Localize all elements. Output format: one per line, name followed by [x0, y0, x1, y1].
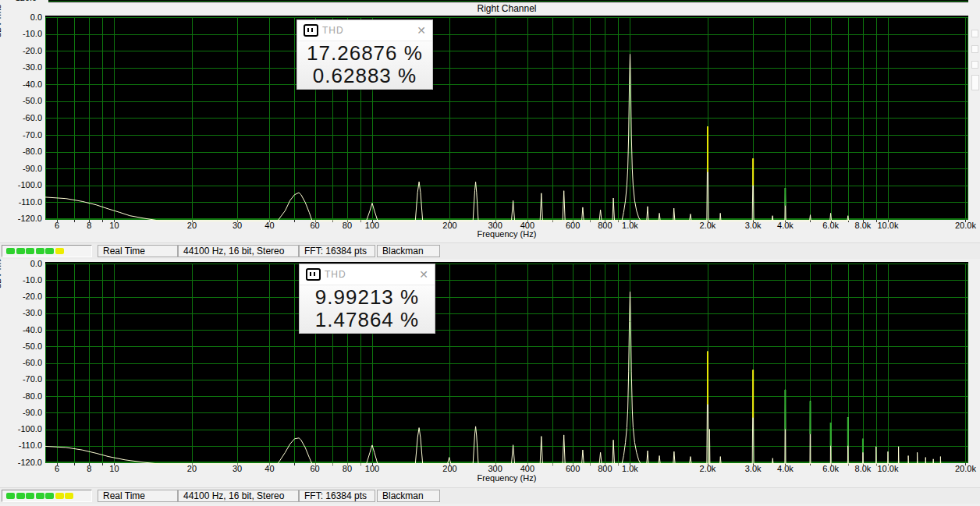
- page-title: Right Channel: [45, 2, 968, 15]
- x-tick-label: 400: [520, 464, 534, 473]
- x-tick-label: 600: [566, 464, 580, 473]
- x-tick-label: 20.0k: [955, 464, 976, 473]
- led-segment-green: [16, 493, 25, 499]
- y-tick-label: -50.0: [0, 96, 42, 106]
- status-window-function: Blackman: [377, 245, 440, 257]
- x-tick-label: 6: [55, 464, 59, 473]
- thd-window-title: THD: [325, 269, 346, 280]
- status-window-function: Blackman: [377, 490, 440, 502]
- close-icon[interactable]: ✕: [417, 23, 426, 37]
- status-bar-bottom: Real Time 44100 Hz, 16 bit, Stereo FFT: …: [0, 487, 980, 504]
- thd-value-2: 1.47864 %: [300, 309, 435, 331]
- thd-readout: 17.26876 % 0.62883 %: [297, 41, 432, 89]
- thd-window-top[interactable]: THD ✕ 17.26876 % 0.62883 %: [296, 19, 433, 90]
- y-tick-label: -40.0: [0, 325, 42, 335]
- y-tick-label: -110.0: [0, 197, 42, 207]
- x-tick-label: 80: [343, 464, 352, 473]
- spectrum-analyzer-app: -120.0 Right Channel dBV rms 0.0-10.0-20…: [0, 0, 980, 506]
- right-edge-control[interactable]: [971, 75, 979, 90]
- thd-window-titlebar[interactable]: THD ✕: [297, 20, 432, 41]
- x-tick-label: 30: [233, 464, 242, 473]
- x-tick-label: 3.0k: [745, 464, 762, 473]
- level-meter-top: [2, 245, 92, 257]
- x-tick-label: 8: [87, 464, 91, 473]
- x-tick-label: 4.0k: [777, 464, 794, 473]
- y-tick-label: 0.0: [0, 12, 42, 23]
- thd-window-title: THD: [322, 25, 344, 36]
- led-segment-green: [6, 248, 15, 254]
- thd-window-icon: [306, 268, 321, 281]
- bottom-channel-section: dBV rms 0.0-10.0-20.0-30.0-40.0-50.0-60.…: [0, 259, 980, 506]
- led-segment-green: [45, 493, 54, 499]
- thd-value-1: 17.26876 %: [297, 42, 432, 65]
- led-segment-yellow: [55, 493, 64, 499]
- thd-value-2: 0.62883 %: [297, 65, 432, 87]
- x-tick-label: 1.0k: [622, 464, 638, 473]
- y-tick-label: -80.0: [0, 391, 42, 402]
- y-tick-label: -20.0: [0, 292, 42, 302]
- y-tick-label: -80.0: [0, 147, 42, 157]
- thd-window-bottom[interactable]: THD ✕ 9.99213 % 1.47864 %: [299, 264, 435, 334]
- spectrum-plot-top: [45, 16, 968, 224]
- clipped-axis-label: -120.0: [12, 0, 47, 2]
- status-audio-format: 44100 Hz, 16 bit, Stereo: [178, 490, 299, 502]
- led-segment-green: [26, 248, 34, 254]
- thd-value-1: 9.99213 %: [300, 286, 435, 309]
- led-segment-green: [36, 248, 44, 254]
- y-tick-label: -60.0: [0, 358, 42, 368]
- y-tick-label: -30.0: [0, 308, 42, 318]
- led-segment-green: [45, 248, 54, 254]
- led-segment-green: [26, 493, 34, 499]
- y-tick-label: -100.0: [0, 424, 42, 434]
- x-tick-label: 200: [442, 464, 456, 473]
- led-segment-yellow: [65, 493, 73, 499]
- x-tick-label: 8.0k: [855, 464, 872, 473]
- status-mode: Real Time: [98, 245, 178, 257]
- y-tick-label: -90.0: [0, 408, 42, 418]
- status-mode: Real Time: [98, 490, 178, 502]
- close-icon[interactable]: ✕: [419, 267, 428, 281]
- y-tick-label: -90.0: [0, 164, 42, 174]
- y-tick-label: -70.0: [0, 374, 42, 384]
- led-segment-green: [6, 493, 15, 499]
- y-tick-label: -40.0: [0, 80, 42, 90]
- status-bar-top: Real Time 44100 Hz, 16 bit, Stereo FFT: …: [0, 242, 980, 259]
- thd-window-titlebar[interactable]: THD ✕: [300, 264, 435, 285]
- x-tick-label: 100: [365, 464, 379, 473]
- x-axis-title-bottom: Frequency (Hz): [45, 473, 968, 483]
- status-fft-size: FFT: 16384 pts: [299, 245, 375, 257]
- y-tick-label: -120.0: [0, 458, 42, 468]
- y-tick-label: -110.0: [0, 441, 42, 451]
- x-axis-title-top: Frequency (Hz): [45, 229, 968, 239]
- y-tick-label: -20.0: [0, 46, 42, 56]
- led-segment-yellow: [55, 248, 64, 254]
- thd-readout: 9.99213 % 1.47864 %: [300, 285, 435, 333]
- x-tick-label: 40: [265, 464, 274, 473]
- y-tick-label: -100.0: [0, 180, 42, 190]
- x-tick-label: 300: [488, 464, 502, 473]
- right-edge-control[interactable]: [971, 45, 978, 53]
- y-tick-label: -120.0: [0, 214, 42, 224]
- x-tick-label: 10.0k: [877, 464, 898, 473]
- x-tick-label: 10: [109, 464, 119, 473]
- x-tick-label: 2.0k: [700, 464, 716, 473]
- level-meter-bottom: [2, 490, 92, 502]
- x-tick-label: 6.0k: [822, 464, 839, 473]
- y-tick-label: 0.0: [0, 259, 42, 269]
- x-tick-label: 800: [598, 464, 612, 473]
- spectrum-plot-bottom: [45, 262, 968, 466]
- led-segment-green: [36, 493, 44, 499]
- y-tick-label: -60.0: [0, 113, 42, 123]
- right-edge-control[interactable]: [971, 61, 978, 69]
- status-fft-size: FFT: 16384 pts: [299, 490, 375, 502]
- right-edge-control[interactable]: [971, 30, 978, 37]
- status-audio-format: 44100 Hz, 16 bit, Stereo: [178, 245, 299, 257]
- y-tick-label: -30.0: [0, 62, 42, 73]
- x-tick-label: 60: [311, 464, 320, 473]
- led-segment-green: [16, 248, 25, 254]
- y-tick-label: -10.0: [0, 275, 42, 285]
- y-tick-label: -70.0: [0, 130, 42, 140]
- top-channel-section: -120.0 Right Channel dBV rms 0.0-10.0-20…: [0, 0, 980, 259]
- x-tick-label: 20: [187, 464, 197, 473]
- y-tick-label: -50.0: [0, 341, 42, 352]
